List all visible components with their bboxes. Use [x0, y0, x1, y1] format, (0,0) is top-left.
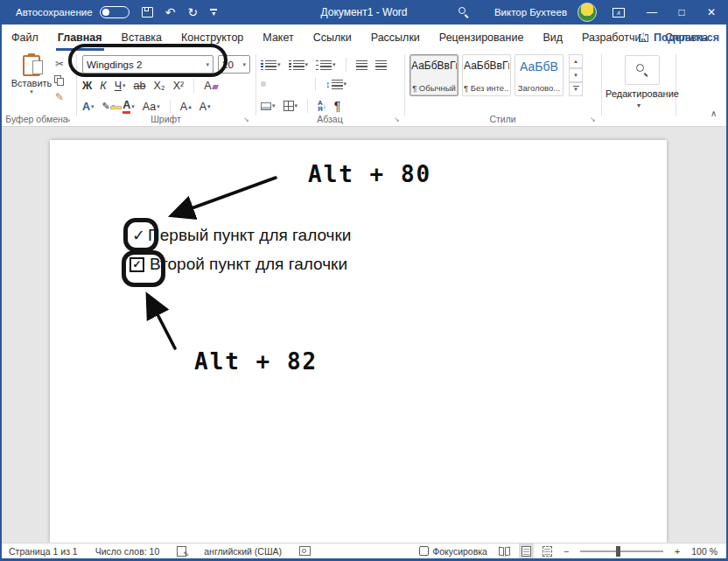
- close-button[interactable]: ✕: [696, 0, 726, 25]
- clipboard-dialog-launcher[interactable]: ↘: [65, 116, 71, 123]
- bold-button[interactable]: Ж: [82, 80, 92, 92]
- numbering-button[interactable]: ▾: [289, 60, 309, 70]
- doc-line-1-text: Первый пункт для галочки: [148, 226, 351, 245]
- find-icon: [635, 63, 649, 77]
- zoom-level[interactable]: 100 %: [691, 546, 718, 557]
- paste-button[interactable]: Вставить ▾: [9, 55, 54, 95]
- styles-scroll-up[interactable]: ▴: [569, 54, 583, 68]
- subscript-button[interactable]: X₂: [153, 80, 164, 92]
- doc-line-1[interactable]: ✓ Первый пункт для галочки: [132, 226, 351, 245]
- language[interactable]: английский (США): [204, 546, 282, 557]
- justify-button[interactable]: [300, 81, 305, 87]
- paragraph-dialog-launcher[interactable]: ↘: [394, 116, 400, 123]
- tab-references[interactable]: Ссылки: [304, 25, 361, 51]
- font-dialog-launcher[interactable]: ↘: [243, 116, 249, 123]
- editing-chevron-icon[interactable]: ▾: [637, 102, 640, 109]
- word-count[interactable]: Число слов: 10: [95, 546, 160, 557]
- zoom-in-button[interactable]: +: [675, 546, 680, 557]
- clear-formatting-button[interactable]: А: [204, 80, 217, 92]
- tab-review[interactable]: Рецензирование: [430, 25, 534, 51]
- style-no-spacing[interactable]: АаБбВвГг, ¶ Без инте...: [462, 54, 511, 96]
- editing-button[interactable]: [625, 55, 660, 85]
- tab-file[interactable]: Файл: [2, 25, 48, 51]
- quick-access-toolbar: ↶ ↻ ▾: [142, 6, 217, 18]
- style-heading1[interactable]: АаБбВ Заголово...: [514, 54, 564, 96]
- grow-font-button[interactable]: А▴: [180, 101, 192, 113]
- sort-button[interactable]: АЯ ↓: [318, 100, 326, 112]
- ribbon-display-options-icon[interactable]: ∧: [612, 8, 625, 18]
- copy-icon[interactable]: [54, 75, 65, 86]
- multilevel-list-button[interactable]: ▾: [316, 60, 336, 70]
- cut-icon[interactable]: ✂: [54, 58, 65, 70]
- strikethrough-button[interactable]: ab: [134, 80, 146, 92]
- shading-button[interactable]: ▾: [261, 102, 276, 110]
- zoom-slider[interactable]: [580, 550, 663, 552]
- line-spacing-button[interactable]: ↕▾: [326, 79, 346, 89]
- status-bar: Страница 1 из 1 Число слов: 10 английски…: [2, 543, 726, 558]
- macro-record-icon[interactable]: [299, 546, 311, 556]
- web-layout-icon[interactable]: [542, 546, 552, 557]
- title-bar: Автосохранение ↶ ↻ ▾ Документ1 - Word Ви…: [2, 0, 726, 25]
- focus-mode-button[interactable]: Фокусировка: [419, 546, 487, 557]
- align-left-button[interactable]: [261, 81, 266, 87]
- decrease-indent-button[interactable]: [356, 60, 368, 70]
- share-button[interactable]: ↑ Поделиться: [639, 25, 719, 51]
- style-normal[interactable]: АаБбВвГг, ¶ Обычный: [410, 54, 458, 96]
- borders-button[interactable]: ▾: [284, 101, 298, 111]
- print-layout-icon[interactable]: [522, 546, 531, 557]
- redo-icon[interactable]: ↻: [187, 6, 198, 18]
- zoom-out-button[interactable]: −: [564, 546, 569, 557]
- styles-gallery-more[interactable]: ▾: [569, 82, 583, 96]
- zoom-slider-thumb[interactable]: [616, 546, 620, 557]
- undo-icon[interactable]: ↶: [165, 6, 176, 18]
- collapse-ribbon-icon[interactable]: ∧: [710, 109, 717, 118]
- autosave-toggle[interactable]: [100, 6, 130, 18]
- show-paragraph-marks-button[interactable]: ¶: [334, 99, 341, 113]
- clipboard-icon: [23, 55, 40, 76]
- underline-button[interactable]: Ч ▾: [115, 80, 126, 92]
- shortcut-alt-82: Alt + 82: [194, 348, 318, 375]
- change-case-button[interactable]: Аа▾: [143, 101, 160, 113]
- superscript-button[interactable]: X²: [173, 80, 185, 92]
- align-center-button[interactable]: [274, 81, 279, 87]
- clipboard-small-buttons: ✂ ✎: [54, 58, 65, 103]
- maximize-button[interactable]: □: [667, 0, 696, 25]
- document-page[interactable]: Alt + 80 ✓ Первый пункт для галочки ✓ Вт…: [50, 140, 667, 543]
- shrink-font-button[interactable]: А▾: [200, 101, 211, 113]
- format-painter-icon[interactable]: ✎: [54, 91, 65, 103]
- styles-group-label: Стили: [404, 114, 601, 124]
- avatar[interactable]: [578, 3, 597, 22]
- styles-scroll-down[interactable]: ▾: [569, 68, 583, 82]
- proofing-icon[interactable]: [177, 546, 186, 557]
- annotation-font-box: [68, 44, 228, 77]
- bullets-button[interactable]: ▾: [261, 60, 281, 70]
- styles-dialog-launcher[interactable]: ↘: [590, 116, 596, 123]
- shortcut-alt-80: Alt + 80: [308, 161, 431, 187]
- read-mode-icon[interactable]: [499, 547, 510, 556]
- font-color-button[interactable]: А▾: [122, 99, 135, 114]
- increase-indent-button[interactable]: [375, 60, 387, 70]
- annotation-arrows: [50, 140, 667, 543]
- tab-layout[interactable]: Макет: [253, 25, 303, 51]
- tab-view[interactable]: Вид: [533, 25, 572, 51]
- titlebar-right: Виктор Бухтеев ∧ — □ ✕: [458, 0, 726, 25]
- clipboard-group-label: Буфер обмена: [2, 114, 72, 124]
- user-name[interactable]: Виктор Бухтеев: [494, 7, 567, 18]
- share-icon: ↑: [639, 34, 648, 42]
- doc-line-2-text: Второй пункт для галочки: [150, 255, 347, 274]
- customize-qat-icon[interactable]: ▾: [210, 9, 217, 16]
- annotation-check-1: [123, 218, 158, 252]
- minimize-button[interactable]: —: [637, 0, 667, 25]
- search-icon[interactable]: [458, 6, 470, 18]
- text-effects-button[interactable]: А▾: [82, 101, 94, 113]
- page-count[interactable]: Страница 1 из 1: [9, 546, 78, 557]
- tab-mailings[interactable]: Рассылки: [361, 25, 430, 51]
- save-icon[interactable]: [142, 7, 153, 18]
- align-right-button[interactable]: [287, 81, 292, 87]
- annotation-check-2: [122, 250, 165, 287]
- italic-button[interactable]: К: [100, 80, 106, 92]
- autosave-label: Автосохранение: [16, 7, 93, 18]
- focus-icon: [419, 546, 429, 556]
- highlight-button[interactable]: ✎▾: [102, 101, 116, 112]
- document-area: Alt + 80 ✓ Первый пункт для галочки ✓ Вт…: [2, 127, 726, 543]
